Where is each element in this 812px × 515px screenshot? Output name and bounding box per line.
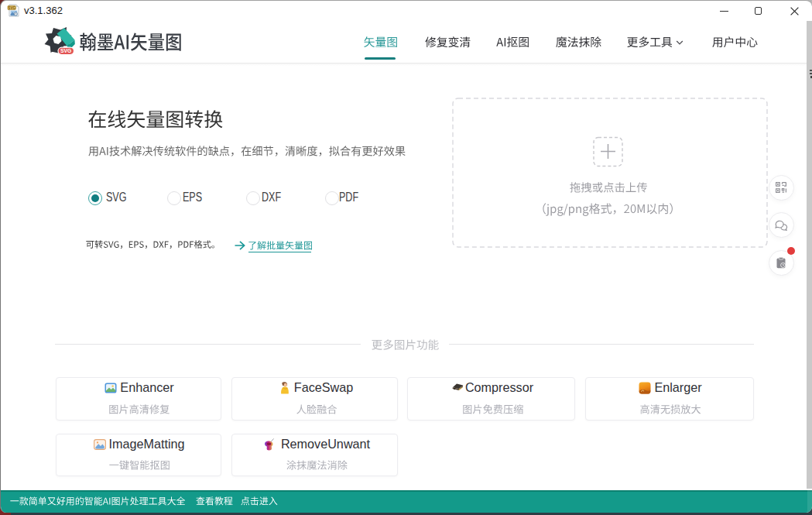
svg-text:SVG: SVG bbox=[60, 48, 71, 53]
svg-text:SVG: SVG bbox=[8, 6, 15, 10]
